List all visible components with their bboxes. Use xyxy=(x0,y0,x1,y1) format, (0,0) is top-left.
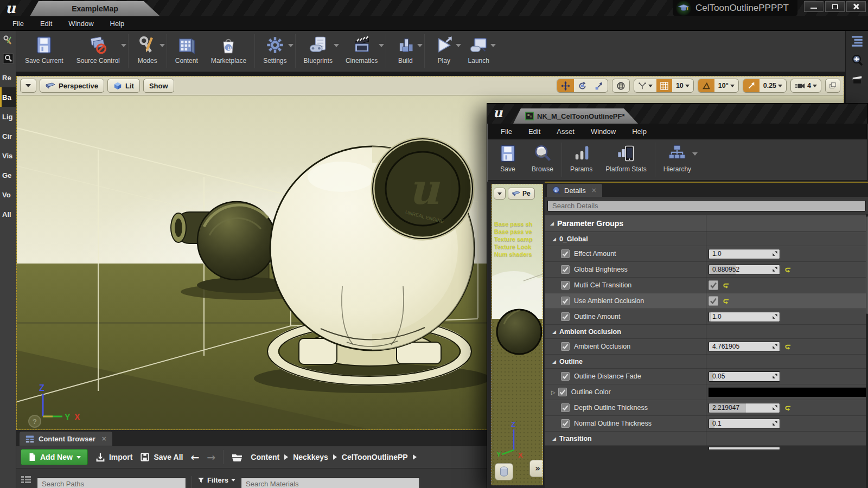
toolbar-button-blueprints[interactable]: Blueprints xyxy=(297,32,339,70)
preview-perspective-button[interactable]: Pe xyxy=(508,188,535,200)
forward-button[interactable]: → xyxy=(207,451,215,463)
search-paths-input[interactable] xyxy=(37,477,186,488)
modes-tools-icon[interactable] xyxy=(0,31,16,49)
details-row-use-ambient-occlusion[interactable]: Use Ambient Occlusion xyxy=(545,293,868,309)
collapse-triangle-icon[interactable]: ◢ xyxy=(552,436,556,441)
collapse-triangle-icon[interactable]: ◢ xyxy=(552,236,556,242)
material-toolbar-button-hierarchy[interactable]: Hierarchy xyxy=(657,140,698,179)
param-enable-checkbox[interactable] xyxy=(561,265,570,274)
toolbar-button-build[interactable]: Build xyxy=(388,32,423,70)
value-input[interactable]: 0.05 xyxy=(709,371,780,382)
drag-handle-icon[interactable] xyxy=(772,312,778,322)
toolbar-button-play[interactable]: Play xyxy=(426,32,461,70)
details-row-outline-amount[interactable]: Outline Amount1.0 xyxy=(545,309,868,325)
show-menu-button[interactable]: Show xyxy=(143,79,174,93)
world-outliner-icon[interactable] xyxy=(846,31,868,50)
value-input[interactable]: 1.0 xyxy=(709,312,780,322)
details-row-ambient-occlusion[interactable]: ◢Ambient Occlusion xyxy=(545,325,868,339)
param-enable-checkbox[interactable] xyxy=(561,403,570,412)
color-swatch[interactable] xyxy=(709,387,866,397)
details-row-depth-outline-thickness[interactable]: Depth Outline Thickness2.219047 xyxy=(545,400,868,416)
drag-handle-icon[interactable] xyxy=(772,342,778,351)
details-tab[interactable]: i Details × xyxy=(547,184,602,197)
preview-options-button[interactable] xyxy=(494,188,506,200)
param-enable-checkbox[interactable] xyxy=(561,419,570,428)
sidebar-tab-ba[interactable]: Ba xyxy=(0,87,16,107)
sources-toggle-icon[interactable] xyxy=(21,475,31,484)
preview-shape-cylinder-button[interactable] xyxy=(495,463,513,480)
sidebar-tab-vis[interactable]: Vis xyxy=(0,146,16,165)
param-enable-checkbox[interactable] xyxy=(558,388,567,396)
collapse-triangle-icon[interactable]: ◢ xyxy=(552,359,556,364)
maximize-viewport-button[interactable] xyxy=(825,79,840,93)
content-browser-tab[interactable]: Content Browser × xyxy=(20,432,112,446)
material-menu-window[interactable]: Window xyxy=(583,124,624,139)
details-search-input[interactable] xyxy=(547,200,866,211)
breadcrumb-item-celtoonoutlinepp[interactable]: CelToonOutlinePP xyxy=(342,453,408,461)
param-enable-checkbox[interactable] xyxy=(561,297,570,305)
material-menu-help[interactable]: Help xyxy=(624,124,655,139)
main-menu-help[interactable]: Help xyxy=(102,16,133,30)
import-button[interactable]: Import xyxy=(95,452,133,462)
level-tab[interactable]: ExampleMap xyxy=(30,1,160,16)
details-scrollbar[interactable] xyxy=(866,214,868,488)
perspective-button[interactable]: Perspective xyxy=(40,79,104,93)
camera-speed-button[interactable]: 4 xyxy=(791,79,821,92)
expander-arrow-icon[interactable]: ▷ xyxy=(551,389,556,395)
value-input[interactable]: 2.219047 xyxy=(709,403,780,413)
sidebar-tab-cir[interactable]: Cir xyxy=(0,126,16,146)
toolbar-button-source-control[interactable]: Source Control xyxy=(70,32,126,70)
add-new-button[interactable]: Add New xyxy=(21,449,88,465)
details-row-transition[interactable]: ◢Transition xyxy=(545,432,868,446)
scale-snap-value-button[interactable]: 0.25 xyxy=(760,79,786,92)
main-menu-edit[interactable]: Edit xyxy=(32,16,60,30)
close-tab-icon[interactable]: × xyxy=(101,435,107,442)
angle-snap-toggle[interactable] xyxy=(698,79,714,92)
material-menu-asset[interactable]: Asset xyxy=(548,124,583,139)
drag-handle-icon[interactable] xyxy=(772,419,778,428)
surface-snap-button[interactable] xyxy=(634,79,656,92)
material-preview-viewport[interactable]: Z Y X Pe Base pass shBase pas xyxy=(492,184,543,485)
reset-to-default-icon[interactable] xyxy=(784,266,792,273)
back-button[interactable]: ← xyxy=(190,451,199,463)
minimize-button[interactable] xyxy=(804,1,824,12)
sidebar-tab-all[interactable]: All xyxy=(0,204,16,224)
details-row-mutli-cel-transition[interactable]: Mutli Cel Transition xyxy=(545,278,868,293)
material-editor-titlebar[interactable]: u NK_M_CelToonOutlinePF* × xyxy=(487,104,867,124)
viewport-options-button[interactable] xyxy=(20,79,36,93)
close-tab-icon[interactable]: × xyxy=(591,187,597,194)
value-checkbox[interactable] xyxy=(709,280,718,290)
angle-snap-value-button[interactable]: 10° xyxy=(714,79,738,92)
sidebar-tab-ge[interactable]: Ge xyxy=(0,165,16,185)
details-row-normal-outline-thickness[interactable]: Normal Outline Thickness0.1 xyxy=(545,416,868,432)
restore-button[interactable] xyxy=(825,1,845,12)
param-enable-checkbox[interactable] xyxy=(561,249,570,258)
details-row-effect-amount[interactable]: Effect Amount1.0 xyxy=(545,246,868,262)
reset-to-default-icon[interactable] xyxy=(723,298,730,305)
toolbar-button-content[interactable]: Content xyxy=(169,32,205,70)
value-input[interactable]: 0.1 xyxy=(709,419,780,429)
value-checkbox[interactable] xyxy=(709,296,718,306)
column-divider[interactable] xyxy=(706,215,706,446)
breadcrumb-item-neckkeys[interactable]: Neckkeys xyxy=(293,453,328,461)
reset-to-default-icon[interactable] xyxy=(784,404,792,412)
material-toolbar-button-browse[interactable]: Browse xyxy=(525,140,560,179)
material-toolbar-button-platform-stats[interactable]: Platform Stats xyxy=(599,140,653,179)
toolbar-button-cinematics[interactable]: Cinematics xyxy=(339,32,384,70)
place-actors-search-icon[interactable] xyxy=(0,49,16,68)
close-tab-icon[interactable]: × xyxy=(630,112,636,120)
world-local-toggle[interactable] xyxy=(612,79,630,93)
drag-handle-icon[interactable] xyxy=(772,371,778,381)
reset-to-default-icon[interactable] xyxy=(784,343,792,350)
details-row-outline[interactable]: ◢Outline xyxy=(545,355,868,369)
toolbar-button-save-current[interactable]: Save Current xyxy=(18,32,70,70)
move-tool-button[interactable] xyxy=(557,79,574,92)
param-enable-checkbox[interactable] xyxy=(561,312,570,321)
zoom-plus-icon[interactable] xyxy=(846,50,868,70)
details-row-outline-distance-fade[interactable]: Outline Distance Fade0.05 xyxy=(545,369,868,384)
main-menu-file[interactable]: File xyxy=(4,16,32,30)
drag-handle-icon[interactable] xyxy=(772,265,778,274)
value-input[interactable]: 0.880952 xyxy=(709,265,780,275)
scale-tool-button[interactable] xyxy=(591,79,608,92)
details-row-0-global[interactable]: ◢0_Global xyxy=(545,232,868,246)
